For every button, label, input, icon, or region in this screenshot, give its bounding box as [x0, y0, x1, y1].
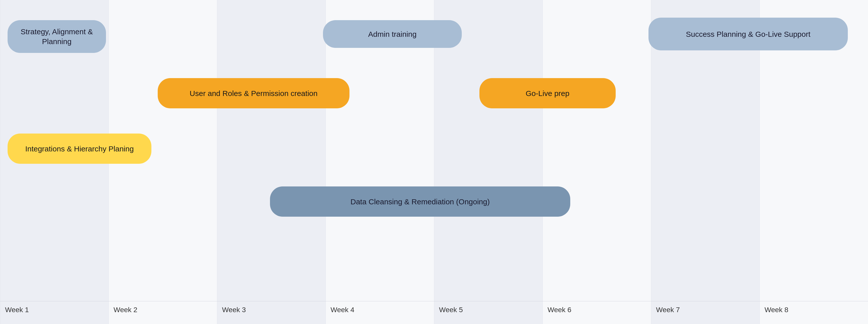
week-label-2: Week 2	[108, 306, 217, 314]
week-col-3	[217, 0, 326, 324]
task-user-roles[interactable]: User and Roles & Permission creation	[158, 78, 349, 108]
task-integrations-label: Integrations & Hierarchy Planing	[25, 144, 134, 154]
task-admin-training[interactable]: Admin training	[323, 20, 462, 48]
task-strategy-label: Strategy, Alignment & Planning	[18, 27, 96, 46]
task-user-roles-label: User and Roles & Permission creation	[190, 88, 318, 98]
week-col-5	[434, 0, 542, 324]
task-data-cleansing[interactable]: Data Cleansing & Remediation (Ongoing)	[270, 186, 570, 217]
timeline-container: Week 1 Week 2 Week 3 Week 4 Week 5 Week …	[0, 0, 868, 324]
week-label-5: Week 5	[434, 306, 542, 314]
task-data-cleansing-label: Data Cleansing & Remediation (Ongoing)	[350, 197, 490, 207]
task-golive-prep[interactable]: Go-Live prep	[479, 78, 616, 108]
task-integrations[interactable]: Integrations & Hierarchy Planing	[7, 134, 151, 164]
task-success-planning-label: Success Planning & Go-Live Support	[686, 29, 810, 39]
task-golive-prep-label: Go-Live prep	[526, 88, 569, 98]
task-strategy[interactable]: Strategy, Alignment & Planning	[7, 20, 106, 53]
week-label-7: Week 7	[651, 306, 760, 314]
week-label-8: Week 8	[760, 306, 868, 314]
task-success-planning[interactable]: Success Planning & Go-Live Support	[649, 17, 848, 50]
week-label-3: Week 3	[217, 306, 326, 314]
week-col-4	[326, 0, 434, 324]
timeline-separator	[0, 301, 868, 301]
week-label-1: Week 1	[0, 306, 108, 314]
task-admin-training-label: Admin training	[368, 29, 416, 39]
week-label-4: Week 4	[326, 306, 434, 314]
week-labels: Week 1 Week 2 Week 3 Week 4 Week 5 Week …	[0, 306, 868, 314]
week-label-6: Week 6	[542, 306, 651, 314]
week-col-6	[542, 0, 651, 324]
